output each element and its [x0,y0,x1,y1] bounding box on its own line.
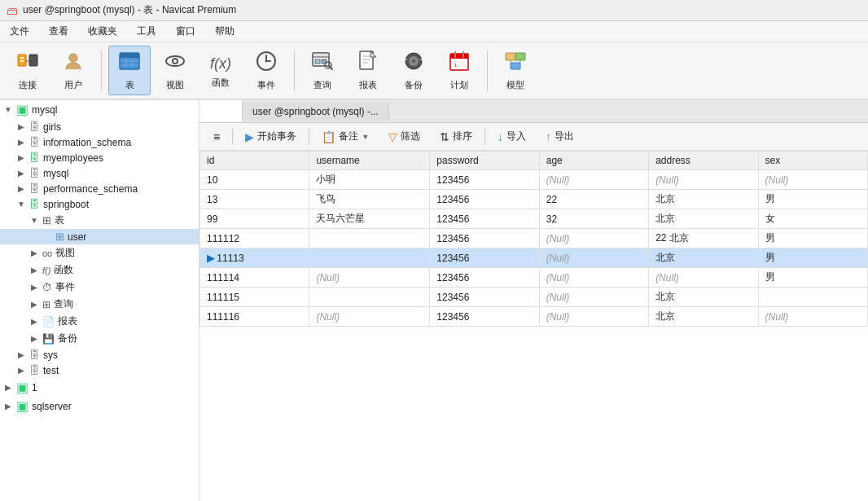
sidebar-item-backup[interactable]: ▶ 💾 备份 [0,330,199,347]
sidebar-item-queries[interactable]: ▶ ⊞ 查询 [0,296,199,313]
cell-age[interactable]: (Null) [539,170,648,190]
toolbar-query[interactable]: 查询 [301,46,344,94]
cell-id[interactable]: 13 [200,190,309,209]
cell-sex[interactable]: (Null) [758,307,867,327]
sidebar-item-perf[interactable]: ▶ 🗄 performance_schema [0,181,199,196]
sidebar-item-girls[interactable]: ▶ 🗄 girls [0,119,199,134]
cell-username[interactable] [309,248,430,268]
cell-id[interactable]: 111116 [200,307,309,327]
sidebar-item-user-table[interactable]: ▶ ⊞ user [0,229,199,244]
menu-tools[interactable]: 工具 [134,23,160,40]
cell-id[interactable]: 99 [200,209,309,229]
cell-sex[interactable]: (Null) [758,170,867,190]
toolbar-table[interactable]: 表 [108,46,151,95]
sidebar-item-mysql-root[interactable]: ▼ ▣ mysql [0,100,199,119]
col-header-age[interactable]: age [539,152,648,170]
cell-id[interactable]: 111112 [200,229,309,248]
cell-age[interactable]: (Null) [539,307,648,327]
sidebar-item-reports[interactable]: ▶ 📄 报表 [0,313,199,330]
toolbar-connect[interactable]: 连接 [7,46,49,94]
table-row[interactable]: 13飞鸟12345622北京男 [200,190,868,209]
sidebar-item-tables-folder[interactable]: ▼ ⊞ 表 [0,212,199,229]
cell-password[interactable]: 123456 [430,190,539,209]
filter-btn[interactable]: ▽ 筛选 [381,126,427,147]
start-transaction-btn[interactable]: ▶ 开始事务 [238,126,304,147]
menu-file[interactable]: 文件 [7,23,33,40]
cell-password[interactable]: 123456 [430,307,539,327]
cell-age[interactable]: (Null) [539,268,648,288]
cell-id[interactable]: 10 [200,170,309,190]
note-btn[interactable]: 📋 备注 ▼ [314,126,376,147]
cell-sex[interactable]: 女 [758,209,867,229]
table-row[interactable]: 111112123456(Null)22 北京男 [200,229,868,248]
cell-sex[interactable]: 男 [758,248,867,268]
menu-window[interactable]: 窗口 [173,23,199,40]
data-table-wrap[interactable]: id username password age address sex 10小… [199,151,868,501]
cell-username[interactable]: (Null) [309,268,430,288]
sidebar-item-functions[interactable]: ▶ f() 函数 [0,261,199,279]
toolbar-event[interactable]: 事件 [245,46,287,94]
export-btn[interactable]: ↑ 导出 [538,126,581,147]
table-row[interactable]: 111116(Null)123456(Null)北京(Null) [200,307,868,327]
sort-btn[interactable]: ⇅ 排序 [432,126,480,147]
cell-address[interactable]: 北京 [649,248,758,268]
tab-object[interactable]: 对象 [199,100,243,122]
table-row[interactable]: 10小明123456(Null)(Null)(Null) [200,170,868,190]
col-header-id[interactable]: id [200,152,309,170]
hamburger-btn[interactable]: ≡ [206,127,227,147]
menu-help[interactable]: 帮助 [212,23,238,40]
cell-username[interactable]: 小明 [309,170,430,190]
cell-id[interactable]: 111115 [200,288,309,307]
cell-password[interactable]: 123456 [430,209,539,229]
cell-address[interactable]: 北京 [649,190,758,209]
toolbar-plan[interactable]: 1 计划 [438,46,480,94]
tab-table-content[interactable]: user @springboot (mysql) -... [243,103,389,121]
cell-address[interactable]: (Null) [649,170,758,190]
col-header-address[interactable]: address [649,152,758,170]
cell-password[interactable]: 123456 [430,229,539,248]
cell-username[interactable] [309,288,430,307]
sidebar-item-sqlserver[interactable]: ▶ ▣ sqlserver [0,397,199,415]
cell-username[interactable]: 飞鸟 [309,190,430,209]
cell-sex[interactable]: 男 [758,268,867,288]
sidebar-item-views[interactable]: ▶ oo 视图 [0,244,199,261]
table-row[interactable]: 111114(Null)123456(Null)(Null)男 [200,268,868,288]
cell-username[interactable] [309,229,430,248]
cell-age[interactable]: (Null) [539,288,648,307]
cell-password[interactable]: 123456 [430,268,539,288]
table-row[interactable]: ▶ 11113123456(Null)北京男 [200,248,868,268]
import-btn[interactable]: ↓ 导入 [490,126,533,147]
toolbar-view[interactable]: 视图 [154,46,196,94]
cell-sex[interactable] [758,288,867,307]
cell-age[interactable]: (Null) [539,229,648,248]
sidebar-item-test[interactable]: ▶ 🗄 test [0,363,199,378]
cell-password[interactable]: 123456 [430,170,539,190]
sidebar-item-springboot[interactable]: ▼ 🗄 springboot [0,196,199,212]
cell-age[interactable]: (Null) [539,248,648,268]
cell-sex[interactable]: 男 [758,229,867,248]
sidebar-item-sys[interactable]: ▶ 🗄 sys [0,347,199,363]
sidebar-item-myemployees[interactable]: ▶ 🗄 myemployees [0,150,199,165]
cell-address[interactable]: (Null) [649,268,758,288]
sidebar-item-events[interactable]: ▶ ⏱ 事件 [0,279,199,296]
cell-id[interactable]: ▶ 11113 [200,248,309,268]
col-header-username[interactable]: username [309,152,430,170]
cell-username[interactable]: (Null) [309,307,430,327]
toolbar-model[interactable]: 模型 [494,46,537,94]
sidebar-item-mysql-db[interactable]: ▶ 🗄 mysql [0,165,199,181]
menu-favorites[interactable]: 收藏夹 [85,23,121,40]
cell-username[interactable]: 天马六芒星 [309,209,430,229]
cell-password[interactable]: 123456 [430,248,539,268]
cell-address[interactable]: 北京 [649,209,758,229]
cell-address[interactable]: 22 北京 [649,229,758,248]
col-header-sex[interactable]: sex [758,152,867,170]
cell-address[interactable]: 北京 [649,288,758,307]
toolbar-function[interactable]: f(x) 函数 [199,49,242,92]
cell-id[interactable]: 111114 [200,268,309,288]
note-dropdown[interactable]: ▼ [362,133,369,141]
sidebar-item-1[interactable]: ▶ ▣ 1 [0,378,199,397]
cell-sex[interactable]: 男 [758,190,867,209]
menu-view[interactable]: 查看 [46,23,72,40]
cell-address[interactable]: 北京 [649,307,758,327]
cell-age[interactable]: 32 [539,209,648,229]
